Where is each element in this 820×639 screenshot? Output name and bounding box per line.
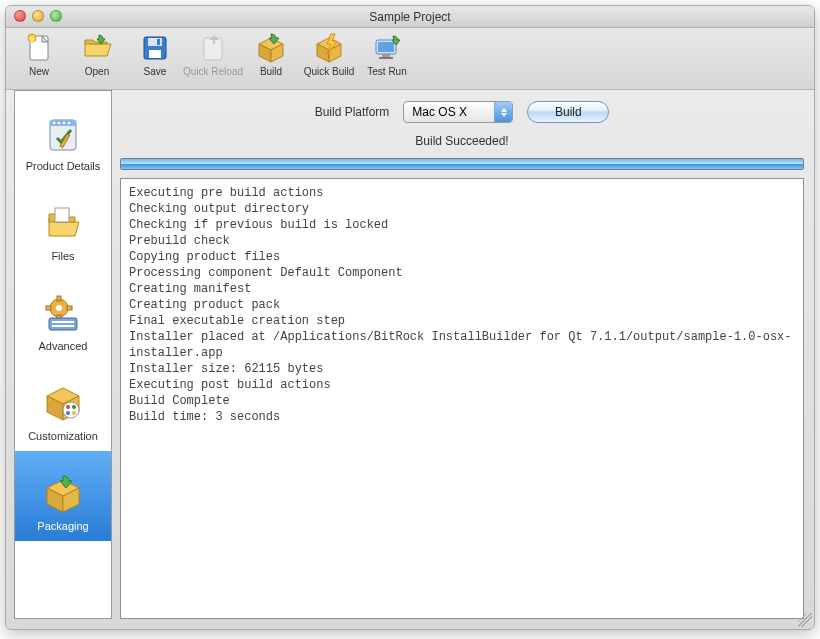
sidebar-item-customization[interactable]: Customization: [15, 361, 111, 451]
zoom-icon[interactable]: [50, 10, 62, 22]
sidebar-item-label: Customization: [28, 430, 98, 442]
platform-selected-value: Mac OS X: [404, 105, 494, 119]
platform-select[interactable]: Mac OS X: [403, 101, 513, 123]
build-progress-bar: [120, 158, 804, 170]
close-icon[interactable]: [14, 10, 26, 22]
build-label: Build: [260, 66, 282, 77]
quick-build-label: Quick Build: [304, 66, 355, 77]
minimize-icon[interactable]: [32, 10, 44, 22]
window-title: Sample Project: [369, 10, 450, 24]
sidebar-item-product-details[interactable]: Product Details: [15, 91, 111, 181]
svg-point-23: [63, 122, 66, 125]
build-controls-row: Build Platform Mac OS X Build: [120, 98, 804, 126]
sidebar-item-advanced[interactable]: Advanced: [15, 271, 111, 361]
save-button[interactable]: Save: [132, 32, 178, 77]
build-log[interactable]: Executing pre build actions Checking out…: [120, 178, 804, 619]
svg-point-21: [53, 122, 56, 125]
save-label: Save: [144, 66, 167, 77]
new-file-icon: [23, 32, 55, 64]
build-box-icon: [255, 32, 287, 64]
new-button[interactable]: New: [16, 32, 62, 77]
sidebar-item-label: Packaging: [37, 520, 88, 532]
svg-rect-17: [382, 54, 390, 57]
notepad-icon: [41, 112, 85, 156]
svg-rect-33: [49, 318, 77, 330]
svg-rect-34: [52, 321, 74, 323]
svg-point-28: [56, 305, 62, 311]
build-run-button[interactable]: Build: [527, 101, 609, 123]
platform-label: Build Platform: [315, 105, 390, 119]
svg-rect-6: [157, 39, 160, 45]
svg-point-41: [72, 405, 76, 409]
main-toolbar: New Open Save: [6, 28, 814, 90]
package-icon: [41, 472, 85, 516]
sidebar-item-label: Files: [51, 250, 74, 262]
quick-reload-button: Quick Reload: [190, 32, 236, 77]
svg-rect-26: [55, 208, 69, 222]
save-disk-icon: [139, 32, 171, 64]
sidebar-item-files[interactable]: Files: [15, 181, 111, 271]
test-run-label: Test Run: [367, 66, 406, 77]
gear-icon: [41, 292, 85, 336]
app-window: Sample Project New Open: [5, 5, 815, 630]
svg-point-24: [68, 122, 71, 125]
sidebar-item-packaging[interactable]: Packaging: [15, 451, 111, 541]
sidebar-item-label: Product Details: [26, 160, 101, 172]
svg-point-22: [58, 122, 61, 125]
palette-box-icon: [41, 382, 85, 426]
svg-point-40: [66, 405, 70, 409]
resize-grip-icon[interactable]: [798, 613, 812, 627]
svg-rect-35: [52, 325, 74, 327]
titlebar: Sample Project: [6, 6, 814, 28]
build-button[interactable]: Build: [248, 32, 294, 77]
files-icon: [41, 202, 85, 246]
test-run-icon: [371, 32, 403, 64]
svg-rect-5: [149, 50, 161, 58]
build-status: Build Succeeded!: [120, 134, 804, 150]
svg-rect-16: [378, 42, 394, 52]
sidebar-item-label: Advanced: [39, 340, 88, 352]
svg-rect-18: [379, 57, 393, 59]
svg-point-43: [72, 411, 76, 415]
open-label: Open: [85, 66, 109, 77]
quick-build-button[interactable]: Quick Build: [306, 32, 352, 77]
test-run-button[interactable]: Test Run: [364, 32, 410, 77]
svg-point-39: [63, 402, 79, 418]
new-label: New: [29, 66, 49, 77]
svg-rect-31: [46, 306, 51, 310]
svg-point-42: [66, 411, 70, 415]
left-nav: Product Details Files: [14, 90, 112, 619]
content-area: Product Details Files: [6, 90, 814, 629]
main-panel: Build Platform Mac OS X Build Build Succ…: [120, 90, 804, 619]
open-folder-icon: [81, 32, 113, 64]
open-button[interactable]: Open: [74, 32, 120, 77]
select-arrows-icon: [494, 102, 512, 122]
svg-rect-29: [57, 296, 61, 301]
quick-reload-label: Quick Reload: [183, 66, 243, 77]
window-controls: [14, 10, 62, 22]
quick-build-box-icon: [313, 32, 345, 64]
svg-rect-32: [67, 306, 72, 310]
reload-icon: [197, 32, 229, 64]
